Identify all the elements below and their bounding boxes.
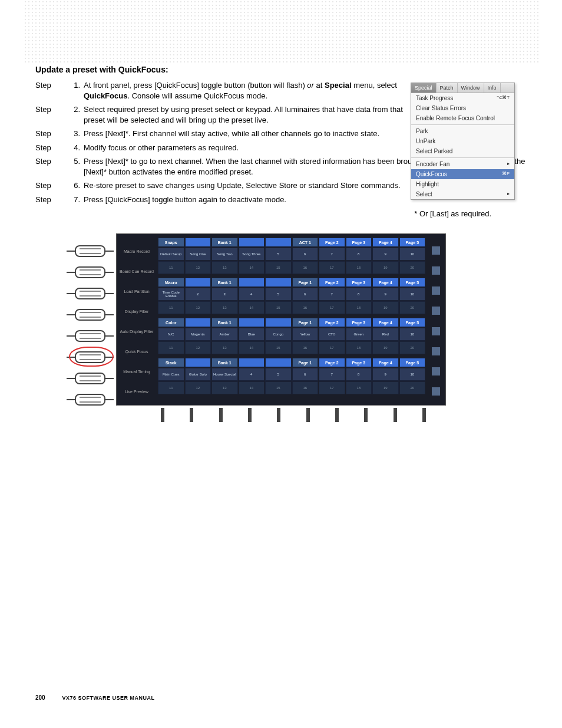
menu-item[interactable]: Task Progress⌥⌘T (411, 93, 514, 103)
panel-cell[interactable]: Song One (185, 248, 211, 261)
panel-header-cell[interactable]: Page 3 (346, 318, 372, 327)
panel-header-cell[interactable] (265, 238, 292, 247)
panel-cell[interactable]: 13 (211, 301, 238, 314)
panel-header-cell[interactable] (185, 238, 211, 247)
panel-cell[interactable]: 15 (265, 381, 292, 394)
panel-cell[interactable]: 7 (319, 288, 345, 301)
panel-cell[interactable]: 16 (292, 381, 319, 394)
panel-cell[interactable]: 13 (211, 341, 238, 354)
hardware-button[interactable] (75, 394, 105, 406)
panel-header-cell[interactable]: Page 2 (319, 318, 345, 327)
hardware-button[interactable] (75, 288, 105, 299)
panel-cell[interactable]: Red (372, 328, 399, 341)
panel-cell[interactable]: 11 (158, 301, 184, 314)
panel-cell[interactable]: 15 (265, 261, 292, 274)
panel-cell[interactable]: 10 (399, 328, 426, 341)
panel-cell[interactable]: 11 (158, 381, 184, 394)
panel-header-cell[interactable]: Page 1 (292, 278, 319, 287)
panel-header-cell[interactable]: Page 3 (346, 238, 372, 247)
menu-item[interactable]: QuickFocus⌘F (411, 169, 514, 179)
panel-cell[interactable]: 19 (372, 301, 399, 314)
panel-header-cell[interactable] (239, 318, 265, 327)
panel-header-cell[interactable]: Page 4 (372, 358, 399, 367)
hardware-button[interactable] (75, 351, 105, 363)
panel-cell[interactable]: 18 (346, 341, 372, 354)
panel-header-cell[interactable]: Page 5 (399, 238, 426, 247)
panel-cell[interactable]: 12 (185, 301, 211, 314)
panel-cell[interactable]: 17 (319, 301, 345, 314)
panel-header-cell[interactable] (239, 358, 265, 367)
panel-cell[interactable]: Song Two (211, 248, 238, 261)
panel-cell[interactable]: 20 (399, 301, 426, 314)
panel-cell[interactable]: 12 (185, 381, 211, 394)
menu-item[interactable]: Park (411, 126, 514, 136)
panel-side-icon[interactable] (432, 367, 440, 375)
hardware-button[interactable] (75, 245, 105, 257)
panel-cell[interactable]: 8 (346, 368, 372, 381)
panel-cell[interactable]: 18 (346, 261, 372, 274)
panel-cell[interactable]: 14 (239, 381, 265, 394)
panel-cell[interactable]: 8 (346, 288, 372, 301)
panel-header-cell[interactable]: Page 5 (399, 278, 426, 287)
panel-header-cell[interactable]: Bank 1 (211, 318, 238, 327)
panel-cell[interactable]: 15 (265, 301, 292, 314)
panel-cell[interactable]: 16 (292, 341, 319, 354)
panel-cell[interactable]: 6 (292, 368, 319, 381)
panel-cell[interactable]: Amber (211, 328, 238, 341)
panel-cell[interactable]: 12 (185, 341, 211, 354)
panel-side-icon[interactable] (432, 327, 440, 335)
hardware-button[interactable] (75, 309, 105, 321)
panel-header-cell[interactable]: Page 5 (399, 318, 426, 327)
menu-tab[interactable]: Special (411, 83, 437, 93)
panel-side-icon[interactable] (432, 347, 440, 355)
panel-cell[interactable]: 13 (211, 381, 238, 394)
panel-header-cell[interactable]: Page 4 (372, 318, 399, 327)
panel-header-cell[interactable]: Color (158, 318, 184, 327)
panel-cell[interactable]: Guitar Solo (185, 368, 211, 381)
panel-cell[interactable]: 16 (292, 261, 319, 274)
panel-cell[interactable]: 6 (292, 288, 319, 301)
panel-cell[interactable]: 7 (319, 248, 345, 261)
panel-cell[interactable]: 8 (346, 248, 372, 261)
panel-header-cell[interactable] (185, 358, 211, 367)
panel-cell[interactable]: 10 (399, 368, 426, 381)
panel-header-cell[interactable]: Macro (158, 278, 184, 287)
panel-side-icon[interactable] (432, 387, 440, 396)
panel-header-cell[interactable]: Bank 1 (211, 358, 238, 367)
panel-header-cell[interactable]: Page 1 (292, 358, 319, 367)
hardware-button[interactable] (75, 373, 105, 384)
panel-cell[interactable]: 6 (292, 248, 319, 261)
menu-item[interactable]: Select Parked (411, 146, 514, 156)
panel-cell[interactable]: 16 (292, 301, 319, 314)
menu-item[interactable]: Select▸ (411, 189, 514, 199)
panel-cell[interactable]: 2 (185, 288, 211, 301)
panel-header-cell[interactable] (185, 318, 211, 327)
panel-side-icon[interactable] (432, 286, 440, 295)
menu-item[interactable]: Enable Remote Focus Control (411, 113, 514, 123)
panel-cell[interactable]: 17 (319, 261, 345, 274)
panel-header-cell[interactable] (185, 278, 211, 287)
panel-cell[interactable]: 14 (239, 261, 265, 274)
panel-header-cell[interactable] (265, 278, 292, 287)
menu-item[interactable]: UnPark (411, 136, 514, 146)
panel-cell[interactable]: 19 (372, 381, 399, 394)
panel-cell[interactable]: 17 (319, 381, 345, 394)
panel-cell[interactable]: 9 (372, 248, 399, 261)
panel-cell[interactable]: Green (346, 328, 372, 341)
panel-header-cell[interactable]: Snaps (158, 238, 184, 247)
panel-cell[interactable]: 14 (239, 341, 265, 354)
panel-cell[interactable]: Time Code Enable (158, 288, 184, 301)
panel-cell[interactable]: 9 (372, 368, 399, 381)
panel-cell[interactable]: 20 (399, 341, 426, 354)
panel-cell[interactable]: N/C (158, 328, 184, 341)
panel-cell[interactable]: CTO (319, 328, 345, 341)
panel-cell[interactable]: Congo (265, 328, 292, 341)
panel-cell[interactable]: 7 (319, 368, 345, 381)
hardware-button[interactable] (75, 266, 105, 278)
panel-cell[interactable]: House Special (211, 368, 238, 381)
menu-tab[interactable]: Info (484, 83, 501, 93)
panel-header-cell[interactable] (265, 358, 292, 367)
panel-cell[interactable]: 12 (185, 261, 211, 274)
panel-header-cell[interactable]: Page 2 (319, 278, 345, 287)
panel-side-icon[interactable] (432, 266, 440, 275)
